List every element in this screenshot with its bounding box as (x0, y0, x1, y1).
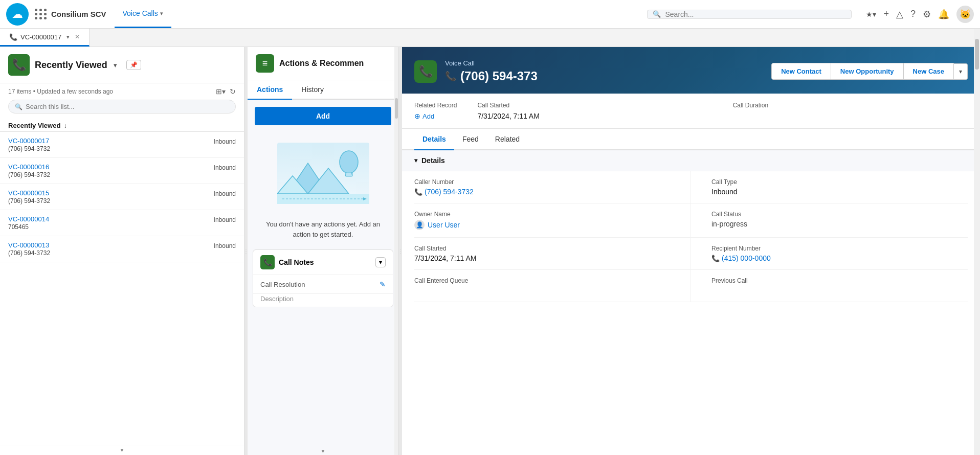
illustration-area (248, 132, 398, 214)
list-item-link-vc15[interactable]: VC-00000015 (8, 189, 209, 197)
sidebar-meta: 17 items • Updated a few seconds ago ⊞▾ … (0, 83, 244, 100)
recently-viewed-label: Recently Viewed ↓ (0, 119, 244, 132)
list-item-link-vc14[interactable]: VC-00000014 (8, 215, 209, 223)
caller-number-value[interactable]: 📞 (706) 594-3732 (414, 188, 670, 196)
call-notes-header: 📞 Call Notes ▾ (253, 250, 393, 275)
list-item: VC-00000013 (706) 594-3732 Inbound (0, 236, 244, 262)
middle-icon: ≡ (256, 54, 274, 73)
sub-tab-close-icon[interactable]: ✕ (75, 33, 80, 40)
caller-number-field: Caller Number 📞 (706) 594-3732 (414, 171, 691, 203)
recipient-number-value[interactable]: 📞 (415) 000-0000 (711, 254, 968, 262)
notification-bell-icon[interactable]: △ (896, 9, 903, 20)
middle-scrollbar[interactable] (394, 47, 398, 455)
help-icon[interactable]: ? (910, 9, 916, 19)
tab-chevron-icon: ▾ (160, 10, 163, 17)
tab-actions[interactable]: Actions (248, 80, 292, 100)
svg-point-4 (340, 151, 358, 173)
middle-panel-header: ≡ Actions & Recomme​n (248, 47, 398, 80)
phone-tab-icon: 📞 (9, 33, 17, 41)
top-nav: ☁ Consilium SCV Voice Calls ▾ 🔍 ★▾ + △ ?… (0, 0, 980, 29)
right-scrollbar[interactable] (974, 47, 980, 455)
voice-call-header-icon: 📞 (414, 60, 437, 83)
add-action-button[interactable]: Add (255, 107, 391, 125)
previous-call-field: Previous Call (691, 270, 968, 302)
new-case-button[interactable]: New Case (904, 63, 954, 80)
details-tabs: Details Feed Related (402, 129, 980, 150)
voice-call-label: Voice Call (445, 59, 763, 67)
details-collapsible-header[interactable]: ▾ Details (402, 150, 980, 171)
call-entered-queue-field: Call Entered Queue (414, 270, 691, 302)
details-grid: Caller Number 📞 (706) 594-3732 Call Type… (402, 171, 980, 302)
settings-gear-icon[interactable]: ⚙ (923, 9, 931, 20)
sidebar-header: 📞 Recently Viewed ▾ 📌 (0, 47, 244, 83)
tab-voice-calls[interactable]: Voice Calls ▾ (115, 0, 171, 28)
sidebar-pin-button[interactable]: 📌 (126, 60, 141, 70)
sidebar-search[interactable]: 🔍 (8, 100, 236, 113)
favorites-icon[interactable]: ★▾ (866, 10, 876, 18)
right-panel: 📞 Voice Call 📞 (706) 594-373 New Contact… (402, 47, 980, 455)
sidebar-search-input[interactable] (26, 103, 229, 110)
owner-avatar: 👤 (414, 220, 425, 230)
sidebar-icon: 📞 (8, 54, 30, 76)
main-layout: 📞 Recently Viewed ▾ 📌 17 items • Updated… (0, 47, 980, 455)
list-item-badge: Inbound (214, 189, 236, 197)
list-item-badge: Inbound (214, 163, 236, 171)
owner-name-field: Owner Name 👤 User User (414, 203, 691, 238)
tab-history[interactable]: History (292, 80, 333, 100)
voice-call-header-info: Voice Call 📞 (706) 594-373 (445, 59, 763, 83)
plus-icon: ⊕ (414, 112, 420, 120)
sidebar-refresh-icon[interactable]: ↻ (230, 87, 236, 96)
sidebar-dropdown-icon[interactable]: ▾ (114, 61, 117, 69)
middle-panel: ≡ Actions & Recomme​n Actions History Ad… (248, 47, 399, 455)
new-contact-button[interactable]: New Contact (771, 63, 831, 80)
list-item-link-vc13[interactable]: VC-00000013 (8, 241, 209, 249)
list-item-sub: (706) 594-3732 (8, 171, 209, 178)
list-item-sub: (706) 594-3732 (8, 197, 209, 204)
new-opportunity-button[interactable]: New Opportunity (831, 63, 904, 80)
more-actions-chevron[interactable]: ▾ (954, 63, 968, 80)
owner-value: 👤 User User (414, 220, 670, 230)
list-item-link-vc17[interactable]: VC-00000017 (8, 137, 209, 145)
notification-icon[interactable]: 🔔 (938, 9, 949, 20)
global-search-bar[interactable]: 🔍 (647, 10, 852, 19)
salesforce-logo[interactable]: ☁ (6, 3, 29, 26)
right-panel-header: 📞 Voice Call 📞 (706) 594-373 New Contact… (402, 47, 980, 94)
sidebar-title: Recently Viewed (35, 60, 107, 71)
sub-tabs-bar: 📞 VC-00000017 ▾ ✕ (0, 29, 980, 47)
list-item-badge: Inbound (214, 241, 236, 249)
search-input[interactable] (665, 10, 846, 18)
list-item-sub: 705465 (8, 223, 209, 231)
call-status-value: in-progress (711, 220, 968, 228)
right-scrollbar-thumb (975, 47, 979, 70)
tab-feed[interactable]: Feed (454, 129, 487, 150)
sidebar-list-icon[interactable]: ⊞▾ (216, 87, 226, 96)
middle-panel-title: Actions & Recomme​n (279, 59, 364, 68)
app-name-label: Consilium SCV (51, 10, 106, 18)
list-item-badge: Inbound (214, 137, 236, 145)
tab-related[interactable]: Related (487, 129, 528, 150)
sidebar-pin-section: 📌 (126, 60, 141, 70)
list-item-link-vc16[interactable]: VC-00000016 (8, 163, 209, 171)
phone-small-icon: 📞 (711, 255, 720, 262)
user-avatar[interactable]: 🐱 (956, 6, 974, 23)
tab-details[interactable]: Details (414, 129, 454, 150)
scroll-bottom-indicator: ▼ (320, 447, 327, 455)
sidebar: 📞 Recently Viewed ▾ 📌 17 items • Updated… (0, 47, 244, 455)
owner-link[interactable]: User User (428, 221, 460, 229)
app-grid-icon[interactable] (35, 9, 47, 19)
collapse-icon: ▾ (414, 157, 417, 164)
call-notes-toggle[interactable]: ▾ (375, 257, 386, 267)
middle-tabs: Actions History (248, 80, 398, 100)
recipient-number-field: Recipient Number 📞 (415) 000-0000 (691, 238, 968, 270)
sort-down-icon[interactable]: ↓ (63, 122, 66, 129)
scroll-down-icon: ▼ (120, 447, 125, 453)
no-actions-message: You don't have any actions yet. Add an a… (248, 214, 398, 249)
edit-icon[interactable]: ✎ (380, 280, 386, 288)
call-type-field: Call Type Inbound (691, 171, 968, 203)
add-icon[interactable]: + (883, 9, 889, 19)
list-item: VC-00000015 (706) 594-3732 Inbound (0, 184, 244, 210)
app-name-section: Consilium SCV (35, 9, 106, 19)
add-related-record-link[interactable]: ⊕ Add (414, 112, 457, 120)
nav-icons-group: ★▾ + △ ? ⚙ 🔔 🐱 (866, 6, 974, 23)
sub-tab-vc[interactable]: 📞 VC-00000017 ▾ ✕ (0, 29, 90, 47)
